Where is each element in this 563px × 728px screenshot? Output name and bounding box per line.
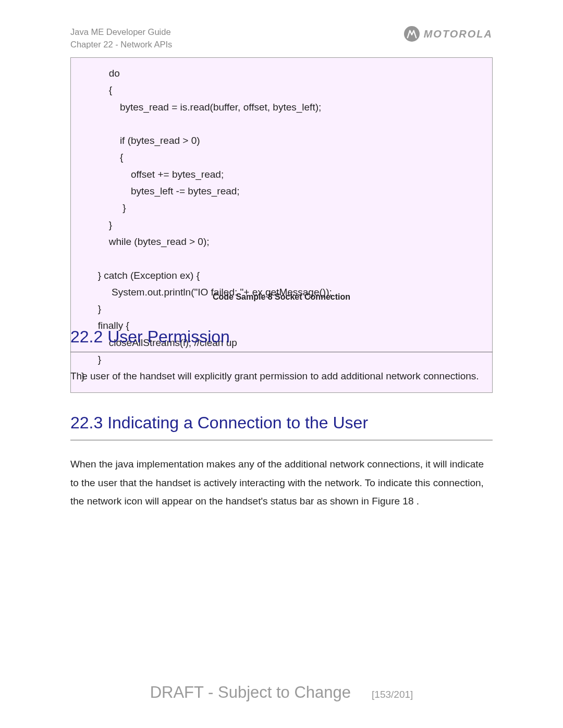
chapter-title: Chapter 22 - Network APIs xyxy=(70,39,172,51)
section-indicating-connection: 22.3 Indicating a Connection to the User… xyxy=(70,411,493,510)
heading-22-3: 22.3 Indicating a Connection to the User xyxy=(70,411,493,440)
brand-logo: MOTOROLA xyxy=(404,26,493,42)
page-number: [153/201] xyxy=(372,689,413,700)
page-header: Java ME Developer Guide Chapter 22 - Net… xyxy=(70,26,493,51)
code-caption: Code Sample 8 Socket Connection xyxy=(70,292,493,302)
section-user-permission: 22.2 User Permission The user of the han… xyxy=(70,327,493,385)
body-22-2: The user of the handset will explicitly … xyxy=(70,367,493,385)
heading-22-2: 22.2 User Permission xyxy=(70,327,493,352)
body-22-3: When the java implementation makes any o… xyxy=(70,455,493,510)
header-text: Java ME Developer Guide Chapter 22 - Net… xyxy=(70,26,172,51)
doc-title: Java ME Developer Guide xyxy=(70,26,172,39)
motorola-icon xyxy=(404,26,420,42)
page-footer: DRAFT - Subject to Change [153/201] xyxy=(70,683,493,702)
draft-watermark: DRAFT - Subject to Change xyxy=(150,683,351,702)
brand-text: MOTOROLA xyxy=(424,28,493,40)
